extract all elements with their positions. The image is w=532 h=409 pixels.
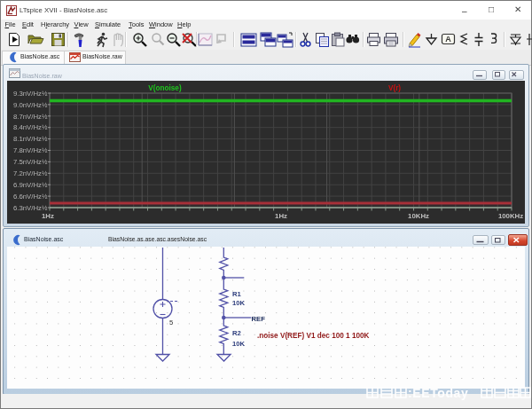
svg-text:.noise V(REF) V1 dec 100 1 100: .noise V(REF) V1 dec 100 1 100K xyxy=(257,332,370,340)
svg-text:5: 5 xyxy=(169,319,173,326)
svg-text:R1: R1 xyxy=(232,290,242,298)
svg-text:10K: 10K xyxy=(232,299,246,307)
svg-text:REF: REF xyxy=(252,315,266,323)
svg-text::EEToday: :EEToday xyxy=(408,386,468,400)
svg-text:10K: 10K xyxy=(232,340,246,348)
svg-text:R2: R2 xyxy=(232,329,241,337)
